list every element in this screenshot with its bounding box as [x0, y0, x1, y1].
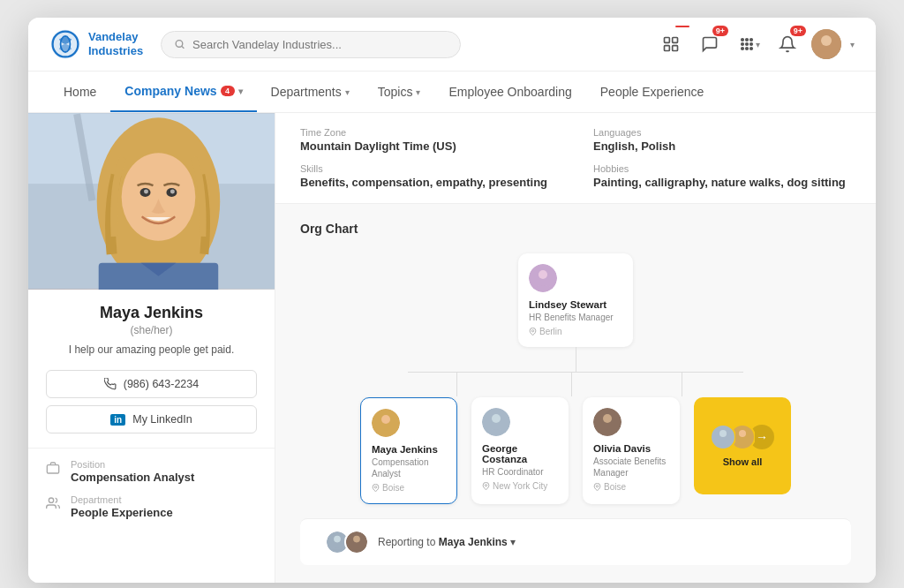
profile-details: Position Compensation Analyst Department…: [28, 448, 275, 540]
svg-point-22: [122, 153, 196, 241]
position-detail: Position Compensation Analyst: [46, 459, 257, 484]
phone-button[interactable]: (986) 643-2234: [46, 370, 257, 398]
position-icon: [46, 461, 62, 479]
org-location-olivia: Boise: [593, 482, 626, 492]
bell-icon: [779, 35, 796, 53]
svg-rect-6: [673, 46, 678, 51]
profile-info: Maya Jenkins (she/her) I help our amazin…: [28, 290, 275, 448]
org-card-olivia[interactable]: Olivia Davis Associate Benefits Manager …: [583, 397, 680, 504]
right-panel: Time Zone Mountain Daylight Time (US) La…: [275, 113, 876, 583]
svg-point-13: [741, 48, 743, 50]
department-icon: [46, 496, 62, 514]
nav-home[interactable]: Home: [49, 72, 110, 111]
skills-field: Skills Benefits, compensation, empathy, …: [300, 163, 558, 189]
directory-button[interactable]: [656, 29, 686, 59]
search-bar[interactable]: [161, 31, 461, 58]
svg-point-7: [741, 39, 743, 41]
linkedin-button[interactable]: in My LinkedIn: [46, 405, 257, 433]
show-all-avatars: →: [711, 425, 774, 449]
topics-chevron: ▾: [416, 87, 420, 97]
org-avatar-lindsey: [529, 264, 557, 292]
svg-point-11: [745, 43, 748, 46]
org-v-line-top: [576, 347, 576, 372]
org-location-top: Berlin: [529, 327, 562, 336]
org-card-maya[interactable]: Maya Jenkins Compensation Analyst Boise: [360, 397, 457, 504]
reporting-bar[interactable]: Reporting to Maya Jenkins ▾: [300, 518, 851, 565]
phone-icon: [104, 378, 117, 390]
svg-point-9: [750, 39, 752, 41]
svg-point-47: [334, 536, 341, 543]
linkedin-icon: in: [110, 414, 125, 426]
show-all-label: Show all: [723, 456, 763, 467]
svg-point-45: [739, 430, 746, 437]
logo-icon: [49, 28, 81, 60]
svg-point-25: [144, 190, 148, 194]
svg-point-37: [492, 414, 501, 423]
svg-rect-4: [673, 38, 678, 43]
svg-point-38: [485, 485, 486, 486]
department-detail: Department People Experience: [46, 494, 257, 519]
left-panel: Maya Jenkins (she/her) I help our amazin…: [28, 113, 275, 583]
reporting-avatars: [325, 530, 369, 554]
hobbies-field: Hobbies Painting, calligraphy, nature wa…: [593, 163, 851, 189]
logo[interactable]: Vandelay Industries: [49, 28, 147, 60]
main-content: Maya Jenkins (she/her) I help our amazin…: [28, 113, 876, 583]
svg-point-43: [719, 430, 727, 437]
svg-point-29: [49, 498, 53, 502]
company-news-chevron: ▾: [238, 87, 243, 96]
nav-departments[interactable]: Departments ▾: [257, 72, 364, 111]
org-card-top[interactable]: Lindsey Stewart HR Benefits Manager Berl…: [518, 253, 633, 347]
show-all-button[interactable]: → Show all: [694, 397, 791, 494]
org-card-george[interactable]: George Costanza HR Coordinator New York …: [471, 397, 569, 504]
profile-bio: I help our amazing people get paid.: [46, 343, 257, 356]
nav-employee-onboarding[interactable]: Employee Onboarding: [434, 72, 585, 111]
nav-company-news[interactable]: Company News 4 ▾: [110, 72, 256, 112]
svg-point-17: [821, 35, 832, 46]
svg-point-2: [176, 41, 183, 48]
notification-badge: 9+: [790, 26, 806, 36]
search-input[interactable]: [192, 38, 448, 51]
svg-rect-5: [665, 46, 670, 51]
svg-rect-3: [665, 38, 670, 43]
org-bottom-row: Maya Jenkins Compensation Analyst Boise: [360, 397, 791, 504]
user-chevron[interactable]: ▾: [850, 40, 855, 49]
svg-point-34: [381, 415, 390, 424]
logo-text: Vandelay Industries: [88, 30, 143, 57]
directory-badge: [675, 26, 689, 27]
header: Vandelay Industries 9+: [28, 18, 876, 72]
org-chart-title: Org Chart: [300, 222, 851, 236]
profile-pronouns: (she/her): [46, 324, 257, 336]
svg-point-32: [531, 330, 533, 332]
svg-point-31: [539, 270, 547, 279]
svg-point-26: [170, 190, 175, 194]
svg-point-12: [750, 43, 752, 46]
nav-people-experience[interactable]: People Experience: [586, 72, 719, 111]
languages-field: Languages English, Polish: [593, 127, 851, 153]
svg-point-10: [741, 43, 743, 46]
notification-button[interactable]: 9+: [772, 29, 802, 59]
org-avatar-olivia: [593, 408, 622, 436]
directory-icon: [662, 35, 680, 53]
chat-button[interactable]: 9+: [695, 29, 725, 59]
search-icon: [174, 38, 185, 50]
svg-point-14: [745, 48, 748, 50]
user-avatar[interactable]: [811, 29, 841, 59]
chat-badge: 9+: [712, 26, 728, 36]
apps-button[interactable]: ▾: [734, 29, 764, 59]
apps-chevron: ▾: [756, 40, 760, 49]
nav-topics[interactable]: Topics ▾: [364, 72, 435, 111]
svg-point-41: [596, 486, 598, 487]
company-news-badge: 4: [221, 86, 235, 96]
org-chart-section: Org Chart Lindsey Stewart HR Benefits M: [275, 204, 876, 583]
svg-point-40: [603, 414, 612, 423]
browser-window: Vandelay Industries 9+: [28, 18, 876, 583]
reporting-name: Maya Jenkins: [439, 536, 508, 548]
profile-photo: [28, 113, 275, 290]
svg-rect-28: [47, 465, 58, 473]
org-avatar-maya: [372, 409, 400, 437]
svg-point-49: [353, 536, 360, 543]
org-h-line: [408, 372, 743, 373]
apps-icon: [738, 35, 756, 53]
svg-point-15: [750, 48, 752, 50]
nav: Home Company News 4 ▾ Departments ▾ Topi…: [28, 72, 876, 113]
